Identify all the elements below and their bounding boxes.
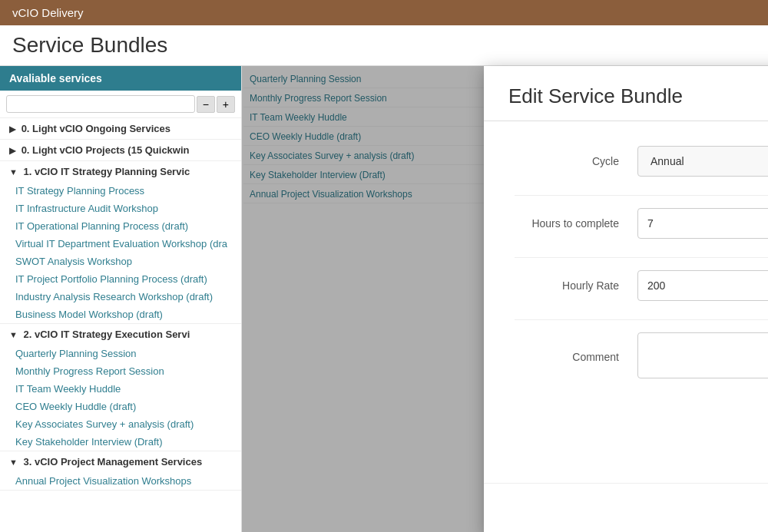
section-items-1: IT Strategy Planning ProcessIT Infrastru… — [0, 182, 241, 323]
edit-bundle-modal: Edit Service Bundle Cycle AnnualMonthlyW… — [484, 66, 768, 532]
arrow-icon-3: ▼ — [9, 458, 18, 467]
plus-button[interactable]: + — [217, 96, 235, 113]
arrow-icon-0b: ▶ — [9, 146, 15, 155]
list-item[interactable]: Key Associates Survey + analysis (draft) — [0, 415, 241, 433]
divider-2 — [515, 257, 768, 258]
list-item[interactable]: Key Stakeholder Interview (Draft) — [0, 433, 241, 451]
section-header-0b[interactable]: ▶ 0. Light vCIO Projects (15 Quickwin — [0, 140, 241, 160]
cycle-select[interactable]: AnnualMonthlyWeeklyQuarterly — [637, 146, 768, 177]
list-item[interactable]: Quarterly Planning Session — [0, 345, 241, 362]
section-group-2: ▼ 2. vCIO IT Strategy Execution Servi Qu… — [0, 324, 241, 451]
cycle-row: Cycle AnnualMonthlyWeeklyQuarterly — [515, 146, 768, 177]
minus-button[interactable]: − — [197, 96, 215, 113]
modal-title: Edit Service Bundle — [508, 84, 768, 108]
modal-body: Cycle AnnualMonthlyWeeklyQuarterly Hours… — [484, 121, 768, 483]
cycle-control: AnnualMonthlyWeeklyQuarterly — [637, 146, 768, 177]
hours-input[interactable] — [637, 208, 768, 239]
arrow-icon-2: ▼ — [9, 330, 18, 339]
page-title: Service Bundles — [0, 25, 768, 66]
top-bar: vCIO Delivery — [0, 0, 768, 25]
list-item[interactable]: IT Project Portfolio Planning Process (d… — [0, 270, 241, 288]
hourly-rate-row: Hourly Rate — [515, 270, 768, 301]
comment-textarea[interactable] — [637, 332, 768, 378]
list-item[interactable]: Industry Analysis Research Workshop (dra… — [0, 288, 241, 306]
section-header-3[interactable]: ▼ 3. vCIO Project Management Services — [0, 451, 241, 472]
divider-3 — [515, 319, 768, 320]
section-items-3: Annual Project Visualization Workshops — [0, 472, 241, 490]
comment-label: Comment — [515, 351, 637, 363]
section-group-1: ▼ 1. vCIO IT Strategy Planning Servic IT… — [0, 161, 241, 324]
list-item[interactable]: SWOT Analysis Workshop — [0, 253, 241, 270]
content-area: Quarterly Planning SessionMonthly Progre… — [242, 66, 768, 532]
list-item[interactable]: CEO Weekly Huddle (draft) — [0, 398, 241, 415]
sidebar-header: Avaliable services — [0, 66, 241, 91]
list-item[interactable]: IT Operational Planning Process (draft) — [0, 217, 241, 235]
section-group-3: ▼ 3. vCIO Project Management Services An… — [0, 451, 241, 491]
list-item[interactable]: IT Strategy Planning Process — [0, 182, 241, 200]
list-item[interactable]: Monthly Progress Report Session — [0, 362, 241, 380]
section-header-0a[interactable]: ▶ 0. Light vCIO Ongoing Services — [0, 118, 241, 139]
section-header-1[interactable]: ▼ 1. vCIO IT Strategy Planning Servic — [0, 161, 241, 182]
section-group-0b: ▶ 0. Light vCIO Projects (15 Quickwin — [0, 140, 241, 161]
list-item[interactable]: IT Infrastructure Audit Workshop — [0, 200, 241, 217]
modal-header: Edit Service Bundle — [484, 66, 768, 121]
section-header-2[interactable]: ▼ 2. vCIO IT Strategy Execution Servi — [0, 324, 241, 345]
hours-row: Hours to complete — [515, 208, 768, 239]
hours-control — [637, 208, 768, 239]
list-item[interactable]: Business Model Workshop (draft) — [0, 306, 241, 323]
modal-footer: OK Cancel — [484, 483, 768, 532]
search-input[interactable] — [6, 95, 195, 113]
comment-control — [637, 332, 768, 381]
comment-row: Comment — [515, 332, 768, 381]
section-group-0a: ▶ 0. Light vCIO Ongoing Services — [0, 118, 241, 140]
hourly-rate-control — [637, 270, 768, 301]
list-item[interactable]: Virtual IT Department Evaluation Worksho… — [0, 235, 241, 253]
section-items-2: Quarterly Planning SessionMonthly Progre… — [0, 345, 241, 451]
hourly-rate-label: Hourly Rate — [515, 279, 637, 292]
brand-label: vCIO Delivery — [12, 6, 84, 19]
hours-label: Hours to complete — [515, 217, 637, 230]
hourly-rate-input[interactable] — [637, 270, 768, 301]
sidebar: Avaliable services − + ▶ 0. Light vCIO O… — [0, 66, 242, 532]
divider-1 — [515, 195, 768, 196]
arrow-icon-0a: ▶ — [9, 124, 15, 134]
sidebar-title: Avaliable services — [9, 72, 102, 84]
cycle-label: Cycle — [515, 155, 637, 167]
main-layout: Avaliable services − + ▶ 0. Light vCIO O… — [0, 66, 768, 532]
list-item[interactable]: Annual Project Visualization Workshops — [0, 472, 241, 490]
sidebar-search-bar: − + — [0, 91, 241, 118]
arrow-icon-1: ▼ — [9, 167, 18, 177]
list-item[interactable]: IT Team Weekly Huddle — [0, 380, 241, 398]
